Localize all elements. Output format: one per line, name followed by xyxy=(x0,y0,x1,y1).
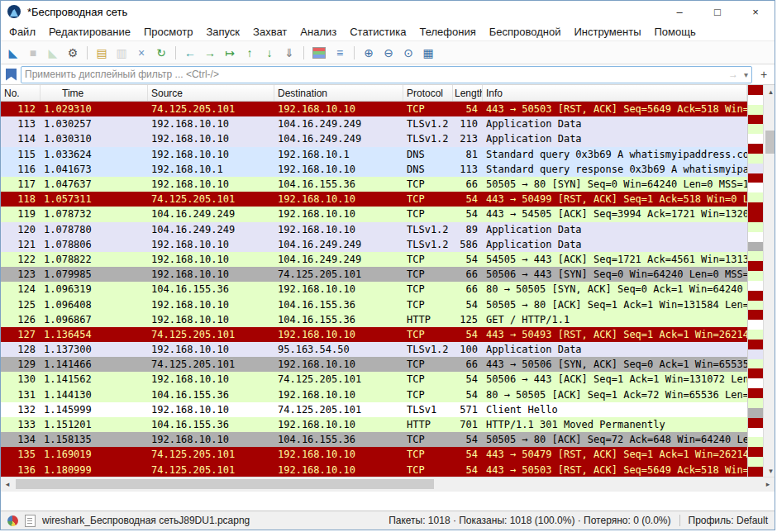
display-filter-input[interactable]: Применить дисплейный фильтр ... <Ctrl-/>… xyxy=(21,66,752,83)
zoom-out-icon[interactable]: ⊖ xyxy=(379,44,398,62)
packet-row[interactable]: 1141.030310192.168.10.10104.16.249.249TL… xyxy=(1,131,747,146)
packet-row[interactable]: 1321.145999192.168.10.1074.125.205.101TL… xyxy=(1,402,747,417)
scroll-down-icon[interactable]: ▾ xyxy=(764,464,775,477)
packet-row[interactable]: 1211.078806192.168.10.10104.16.249.249TL… xyxy=(1,237,747,252)
colorize-packets-icon[interactable] xyxy=(312,47,326,59)
cell-source: 104.16.249.249 xyxy=(148,208,274,220)
cell-length: 66 xyxy=(453,359,483,370)
packet-row[interactable]: 1341.158135192.168.10.10104.16.155.36TCP… xyxy=(1,432,747,447)
capture-comments-icon[interactable] xyxy=(25,515,36,527)
menu-edit[interactable]: Редактирование xyxy=(42,24,137,40)
cell-length: 89 xyxy=(453,224,483,235)
menu-help[interactable]: Помощь xyxy=(648,24,703,40)
column-header-time[interactable]: Time xyxy=(41,85,148,101)
scroll-left-icon[interactable]: ◂ xyxy=(1,480,14,488)
packet-minimap[interactable] xyxy=(747,85,763,477)
cell-time: 1.180999 xyxy=(41,464,148,476)
minimap-stripe xyxy=(748,349,763,359)
go-forward-icon[interactable]: → xyxy=(201,44,219,62)
close-file-icon[interactable]: × xyxy=(132,44,150,62)
minimap-stripe xyxy=(748,95,763,105)
packet-row[interactable]: 1121.02931074.125.205.101192.168.10.10TC… xyxy=(1,102,747,116)
packet-row[interactable]: 1191.078732104.16.249.249192.168.10.10TC… xyxy=(1,207,747,221)
packet-row[interactable]: 1301.141562192.168.10.1074.125.205.101TC… xyxy=(1,372,747,387)
go-to-packet-icon[interactable]: ↦ xyxy=(221,44,239,62)
cell-protocol: TLSv1.2 xyxy=(403,224,453,235)
minimap-stripe xyxy=(748,340,763,349)
scroll-right-icon[interactable]: ▸ xyxy=(761,480,775,488)
horizontal-scroll-thumb[interactable] xyxy=(16,479,434,489)
packet-row[interactable]: 1231.079985192.168.10.1074.125.205.101TC… xyxy=(1,267,747,282)
packet-row[interactable]: 1151.033624192.168.10.10192.168.10.1DNS8… xyxy=(1,147,747,162)
go-last-packet-icon[interactable]: ↓ xyxy=(260,44,279,62)
vertical-scroll-thumb[interactable] xyxy=(765,131,775,154)
auto-scroll-icon[interactable]: ⇓ xyxy=(280,44,298,62)
column-header-length[interactable]: Length xyxy=(453,85,483,101)
packet-row[interactable]: 1161.041673192.168.10.1192.168.10.10DNS1… xyxy=(1,162,747,177)
menu-view[interactable]: Просмотр xyxy=(137,24,199,40)
resize-columns-icon[interactable]: ▦ xyxy=(419,44,437,62)
packet-row[interactable]: 1271.13645474.125.205.101192.168.10.10TC… xyxy=(1,327,747,342)
packet-row[interactable]: 1281.137300192.168.10.1095.163.54.50TLSv… xyxy=(1,342,747,357)
cell-time: 1.145999 xyxy=(41,404,148,416)
column-header-info[interactable]: Info xyxy=(483,85,747,101)
cell-no: 126 xyxy=(1,314,41,325)
open-file-icon[interactable]: ▤ xyxy=(93,44,111,62)
menu-telephony[interactable]: Телефония xyxy=(412,24,482,40)
add-filter-button[interactable]: + xyxy=(756,67,771,83)
start-capture-icon[interactable]: ◣ xyxy=(4,44,22,62)
packet-row[interactable]: 1181.05731174.125.205.101192.168.10.10TC… xyxy=(1,192,747,207)
packet-row[interactable]: 1221.078822192.168.10.10104.16.249.249TC… xyxy=(1,252,747,267)
cell-destination: 192.168.10.10 xyxy=(274,193,403,205)
cell-protocol: TCP xyxy=(403,178,453,190)
close-button[interactable]: × xyxy=(736,1,775,22)
expert-info-icon[interactable] xyxy=(7,515,18,526)
packet-row[interactable]: 1241.096319104.16.155.36192.168.10.10TCP… xyxy=(1,282,747,297)
cell-destination: 104.16.155.36 xyxy=(274,178,403,190)
cell-destination: 192.168.10.10 xyxy=(274,224,403,235)
main-toolbar: ◣■◣⚙▤▥×↻←→↦↑↓⇓≡⊕⊖⊙▦ xyxy=(1,40,775,64)
scroll-up-icon[interactable]: ▴ xyxy=(764,85,775,97)
packet-row[interactable]: 1291.14146674.125.205.101192.168.10.10TC… xyxy=(1,357,747,372)
horizontal-scrollbar[interactable]: ◂ ▸ xyxy=(1,477,775,491)
cell-no: 132 xyxy=(1,404,41,416)
reload-file-icon[interactable]: ↻ xyxy=(152,44,170,62)
go-back-icon[interactable]: ← xyxy=(181,44,199,62)
column-header-protocol[interactable]: Protocol xyxy=(403,85,453,101)
packet-row[interactable]: 1331.151201104.16.155.36192.168.10.10HTT… xyxy=(1,417,747,432)
vertical-scroll-track[interactable] xyxy=(764,97,775,464)
zoom-reset-icon[interactable]: ⊙ xyxy=(399,44,417,62)
menu-file[interactable]: Файл xyxy=(2,24,42,40)
packet-row[interactable]: 1131.030257192.168.10.10104.16.249.249TL… xyxy=(1,116,747,131)
column-header-no[interactable]: No. xyxy=(1,85,41,101)
cell-no: 120 xyxy=(1,224,41,235)
packet-row[interactable]: 1261.096867192.168.10.10104.16.155.36HTT… xyxy=(1,312,747,327)
packet-row[interactable]: 1201.078780104.16.249.249192.168.10.10TL… xyxy=(1,222,747,237)
vertical-scrollbar[interactable]: ▴ ▾ xyxy=(763,85,775,477)
menu-go[interactable]: Запуск xyxy=(199,24,246,40)
filter-dropdown-icon[interactable]: ▾ xyxy=(744,70,748,79)
menu-tools[interactable]: Инструменты xyxy=(567,24,647,40)
menu-wireless[interactable]: Беспроводной xyxy=(483,24,568,40)
maximize-button[interactable]: □ xyxy=(698,1,736,22)
filter-bookmark-icon[interactable] xyxy=(6,69,17,81)
column-header-destination[interactable]: Destination xyxy=(274,85,403,101)
packet-row[interactable]: 1351.16901974.125.205.101192.168.10.10TC… xyxy=(1,447,747,462)
packet-row[interactable]: 1251.096408192.168.10.10104.16.155.36TCP… xyxy=(1,297,747,311)
menu-capture[interactable]: Захват xyxy=(246,24,293,40)
cell-time: 1.096867 xyxy=(41,314,148,325)
go-first-packet-icon[interactable]: ↑ xyxy=(241,44,259,62)
packet-row[interactable]: 1361.18099974.125.205.101192.168.10.10TC… xyxy=(1,463,747,477)
menu-statistics[interactable]: Статистика xyxy=(343,24,412,40)
minimize-button[interactable]: – xyxy=(660,1,698,22)
auto-scroll-live-icon[interactable]: ≡ xyxy=(331,44,349,62)
column-header-source[interactable]: Source xyxy=(148,85,274,101)
cell-length: 113 xyxy=(453,164,483,175)
packet-row[interactable]: 1171.047637192.168.10.10104.16.155.36TCP… xyxy=(1,177,747,192)
capture-options-icon[interactable]: ⚙ xyxy=(64,44,82,62)
profile-label[interactable]: Профиль: Default xyxy=(689,515,769,526)
horizontal-scroll-track[interactable] xyxy=(14,477,761,491)
packet-row[interactable]: 1311.144130104.16.155.36192.168.10.10TCP… xyxy=(1,387,747,402)
zoom-in-icon[interactable]: ⊕ xyxy=(360,44,378,62)
menu-analyze[interactable]: Анализ xyxy=(293,24,343,40)
